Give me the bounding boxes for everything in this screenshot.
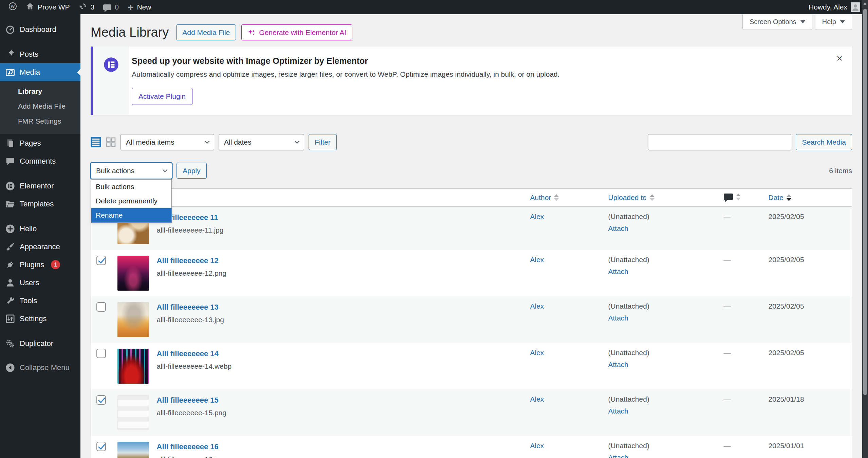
generate-elementor-ai-button[interactable]: Generate with Elementor AI (241, 24, 352, 40)
media-thumbnail[interactable] (117, 395, 149, 430)
upload-date: 2025/02/05 (769, 302, 804, 310)
author-link[interactable]: Alex (530, 442, 544, 450)
date-column-header[interactable]: Date (763, 188, 852, 207)
sidebar-subitem-library[interactable]: Library (0, 84, 80, 99)
bulk-option-rename[interactable]: Rename (91, 208, 171, 222)
scrollbar-thumb[interactable] (863, 8, 867, 396)
attach-link[interactable]: Attach (608, 454, 629, 458)
chevron-down-icon (840, 20, 845, 23)
media-title-link[interactable]: Alll filleeeeeee 16 (157, 442, 219, 451)
author-link[interactable]: Alex (530, 395, 544, 403)
collapse-menu-button[interactable]: Collapse Menu (0, 359, 80, 377)
add-media-file-button[interactable]: Add Media File (176, 24, 236, 40)
upload-date: 2025/01/18 (769, 395, 804, 403)
author-link[interactable]: Alex (530, 302, 544, 310)
admin-sidebar: DashboardPostsMediaLibraryAdd Media File… (0, 14, 80, 458)
media-submenu: LibraryAdd Media FileFMR Settings (0, 81, 80, 134)
help-tab[interactable]: Help (815, 14, 852, 30)
date-filter-select[interactable]: All dates (219, 134, 304, 150)
scroll-up-arrow-icon[interactable] (863, 2, 867, 5)
row-checkbox[interactable] (96, 395, 106, 405)
apply-button[interactable]: Apply (177, 163, 207, 179)
media-thumbnail[interactable] (117, 302, 149, 337)
row-checkbox[interactable] (96, 442, 106, 451)
bulk-actions-select[interactable]: Bulk actions Bulk actionsDelete permanen… (91, 163, 172, 179)
bulk-option-bulk-actions[interactable]: Bulk actions (91, 180, 171, 194)
update-count-badge: 1 (51, 260, 60, 269)
sidebar-item-dashboard[interactable]: Dashboard (0, 20, 80, 38)
list-view-toggle[interactable] (91, 137, 101, 147)
search-media-button[interactable]: Search Media (796, 134, 852, 150)
row-checkbox[interactable] (96, 256, 106, 265)
browser-scrollbar[interactable] (862, 0, 868, 458)
sidebar-item-posts[interactable]: Posts (0, 45, 80, 63)
chevron-down-icon (295, 139, 299, 144)
grid-view-toggle[interactable] (106, 137, 116, 147)
sort-arrows-icon (736, 194, 741, 200)
attach-link[interactable]: Attach (608, 361, 629, 369)
grid-view-icon (106, 137, 116, 147)
sidebar-item-hello[interactable]: Hello (0, 220, 80, 238)
wp-logo-menu[interactable]: W (4, 0, 21, 14)
updates-indicator[interactable]: 3 (74, 0, 99, 14)
filter-toolbar: All media items All dates Filter Search … (91, 134, 852, 150)
sidebar-item-settings[interactable]: Settings (0, 310, 80, 328)
media-table: Author Uploaded to Date Alll filleeeeeee… (91, 188, 852, 458)
attach-link[interactable]: Attach (608, 407, 629, 415)
site-name-label: Prove WP (38, 3, 70, 11)
sidebar-item-elementor[interactable]: Elementor (0, 177, 80, 195)
admin-bar: W Prove WP 3 0 New Howdy, Alex (0, 0, 868, 14)
sidebar-subitem-fmr-settings[interactable]: FMR Settings (0, 114, 80, 129)
update-icon (79, 2, 87, 12)
sidebar-item-duplicator[interactable]: Duplicator (0, 334, 80, 352)
sidebar-item-comments[interactable]: Comments (0, 152, 80, 170)
author-link[interactable]: Alex (530, 256, 544, 263)
sidebar-item-pages[interactable]: Pages (0, 134, 80, 152)
sidebar-item-plugins[interactable]: Plugins1 (0, 256, 80, 274)
sidebar-item-templates[interactable]: Templates (0, 195, 80, 213)
attach-link[interactable]: Attach (608, 224, 629, 233)
bulk-option-delete-permanently[interactable]: Delete permanently (91, 194, 171, 208)
media-filename: alll-filleeeeeee-13.jpg (157, 316, 224, 324)
media-thumbnail[interactable] (117, 442, 149, 458)
templates-icon (5, 199, 15, 209)
media-title-link[interactable]: Alll filleeeeeee 12 (157, 256, 219, 265)
site-name-link[interactable]: Prove WP (21, 0, 74, 14)
author-link[interactable]: Alex (530, 213, 544, 220)
bulk-actions-dropdown: Bulk actionsDelete permanentlyRename (91, 179, 172, 223)
uploaded-to-column-header[interactable]: Uploaded to (603, 188, 718, 207)
media-row: Alll filleeeeeee 13alll-filleeeeeee-13.j… (91, 296, 852, 343)
media-type-filter-select[interactable]: All media items (121, 134, 214, 150)
media-title-link[interactable]: Alll filleeeeeee 13 (157, 303, 219, 312)
media-title-link[interactable]: Alll filleeeeeee 14 (157, 349, 219, 358)
sidebar-item-appearance[interactable]: Appearance (0, 238, 80, 256)
media-thumbnail[interactable] (117, 349, 149, 384)
new-content-button[interactable]: New (123, 0, 156, 14)
screen-options-tab[interactable]: Screen Options (742, 14, 812, 30)
comments-indicator[interactable]: 0 (99, 0, 123, 14)
banner-title: Speed up your website with Image Optimiz… (132, 56, 560, 66)
sidebar-item-users[interactable]: Users (0, 274, 80, 292)
media-thumbnail[interactable] (117, 256, 149, 291)
author-link[interactable]: Alex (530, 349, 544, 356)
comments-column-header[interactable] (718, 188, 763, 207)
row-checkbox[interactable] (96, 302, 106, 312)
search-input[interactable] (648, 134, 791, 150)
sidebar-subitem-add-media-file[interactable]: Add Media File (0, 99, 80, 114)
media-title-link[interactable]: Alll filleeeeeee 15 (157, 396, 219, 405)
sidebar-item-media[interactable]: Media (0, 63, 80, 81)
chevron-down-icon (163, 167, 167, 172)
filter-button[interactable]: Filter (309, 134, 337, 150)
attach-link[interactable]: Attach (608, 268, 629, 276)
comments-count: 0 (115, 3, 119, 11)
author-column-header[interactable]: Author (525, 188, 603, 207)
attach-link[interactable]: Attach (608, 314, 629, 322)
activate-plugin-button[interactable]: Activate Plugin (132, 88, 192, 105)
row-checkbox[interactable] (96, 349, 106, 358)
my-account-menu[interactable]: Howdy, Alex (804, 0, 865, 14)
list-view-icon (91, 137, 101, 147)
sparkle-icon (247, 29, 256, 37)
close-icon[interactable] (836, 53, 843, 63)
sidebar-item-tools[interactable]: Tools (0, 292, 80, 310)
pages-icon (5, 138, 15, 148)
